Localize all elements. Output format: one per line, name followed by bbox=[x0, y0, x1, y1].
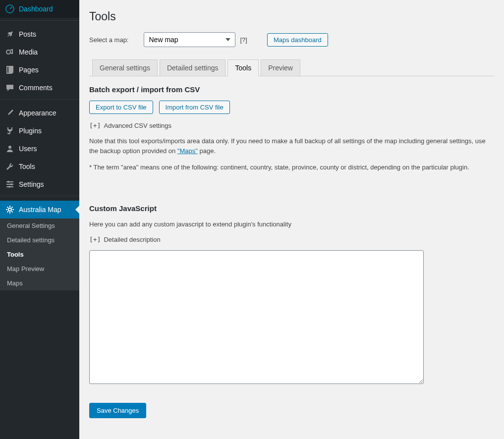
submenu-tools[interactable]: Tools bbox=[0, 247, 79, 262]
sidebar-submenu: General Settings Detailed settings Tools… bbox=[0, 219, 79, 290]
detailed-description-toggle[interactable]: [+]Detailed description bbox=[89, 236, 161, 243]
tabs: General settings Detailed settings Tools… bbox=[89, 59, 494, 76]
svg-point-4 bbox=[8, 146, 11, 149]
sidebar-separator bbox=[0, 196, 79, 198]
sidebar-item-users[interactable]: Users bbox=[0, 140, 79, 158]
export-csv-button[interactable]: Export to CSV file bbox=[89, 101, 153, 114]
customjs-desc: Here you can add any custom javascript t… bbox=[89, 220, 494, 229]
page-title: Tools bbox=[89, 10, 494, 23]
svg-rect-3 bbox=[8, 66, 13, 73]
user-icon bbox=[5, 144, 15, 154]
sidebar-label: Dashboard bbox=[19, 5, 53, 13]
sidebar-item-appearance[interactable]: Appearance bbox=[0, 104, 79, 122]
sidebar-item-australia-map[interactable]: Australia Map bbox=[0, 201, 79, 219]
maps-dashboard-button[interactable]: Maps dashboard bbox=[267, 33, 328, 47]
brush-icon bbox=[5, 108, 15, 118]
advanced-csv-label: Advanced CSV settings bbox=[104, 122, 171, 129]
svg-point-7 bbox=[8, 186, 10, 188]
sidebar-item-tools[interactable]: Tools bbox=[0, 158, 79, 175]
submenu-detailed-settings[interactable]: Detailed settings bbox=[0, 233, 79, 247]
tab-detailed-settings[interactable]: Detailed settings bbox=[160, 59, 226, 76]
sidebar-separator bbox=[0, 99, 79, 102]
tab-general-settings[interactable]: General settings bbox=[92, 59, 158, 76]
sidebar-item-comments[interactable]: Comments bbox=[0, 79, 79, 97]
admin-sidebar: Dashboard Posts Media Pages Comments App… bbox=[0, 0, 79, 439]
sidebar-label: Appearance bbox=[19, 109, 56, 117]
wrench-icon bbox=[5, 162, 15, 171]
map-select-row: Select a map: New map [?] Maps dashboard bbox=[89, 32, 494, 47]
main-content: Tools Select a map: New map [?] Maps das… bbox=[79, 0, 504, 439]
sidebar-label: Comments bbox=[19, 84, 53, 92]
map-select[interactable]: New map bbox=[144, 32, 235, 47]
sidebar-label: Plugins bbox=[19, 127, 42, 135]
import-csv-button[interactable]: Import from CSV file bbox=[159, 101, 230, 114]
svg-point-6 bbox=[10, 183, 12, 185]
plug-icon bbox=[5, 126, 15, 136]
sidebar-item-pages[interactable]: Pages bbox=[0, 61, 79, 79]
sidebar-separator bbox=[0, 20, 79, 23]
submenu-maps[interactable]: Maps bbox=[0, 276, 79, 290]
svg-point-8 bbox=[8, 208, 11, 211]
sidebar-label: Posts bbox=[19, 30, 36, 38]
customjs-heading: Custom JavaScript bbox=[89, 204, 494, 213]
sliders-icon bbox=[5, 179, 15, 189]
save-changes-button[interactable]: Save Changes bbox=[89, 403, 146, 418]
help-icon[interactable]: [?] bbox=[240, 36, 247, 44]
detailed-description-label: Detailed description bbox=[104, 236, 160, 243]
pin-icon bbox=[5, 29, 15, 39]
sidebar-label: Tools bbox=[19, 163, 35, 170]
sidebar-item-dashboard[interactable]: Dashboard bbox=[0, 0, 79, 18]
svg-point-5 bbox=[7, 181, 9, 183]
sidebar-label: Australia Map bbox=[19, 206, 61, 214]
batch-note: Note that this tool exports/imports area… bbox=[89, 136, 494, 156]
sidebar-item-settings[interactable]: Settings bbox=[0, 175, 79, 193]
select-map-label: Select a map: bbox=[89, 36, 129, 44]
dashboard-icon bbox=[5, 4, 15, 14]
map-select-wrap: New map bbox=[144, 32, 235, 47]
tab-tools[interactable]: Tools bbox=[227, 59, 259, 76]
advanced-csv-toggle[interactable]: [+]Advanced CSV settings bbox=[89, 122, 171, 129]
submenu-map-preview[interactable]: Map Preview bbox=[0, 262, 79, 276]
tab-preview[interactable]: Preview bbox=[261, 59, 300, 76]
media-icon bbox=[5, 47, 15, 57]
expand-icon: [+] bbox=[89, 236, 101, 243]
gear-icon bbox=[5, 205, 15, 215]
svg-point-1 bbox=[6, 50, 10, 54]
sidebar-label: Media bbox=[19, 48, 38, 56]
sidebar-item-plugins[interactable]: Plugins bbox=[0, 122, 79, 140]
comment-icon bbox=[5, 83, 15, 93]
page-icon bbox=[5, 65, 15, 75]
sidebar-item-posts[interactable]: Posts bbox=[0, 25, 79, 43]
batch-footnote: * The term "area" means one of the follo… bbox=[89, 163, 494, 172]
sidebar-label: Users bbox=[19, 145, 37, 153]
sidebar-label: Pages bbox=[19, 66, 39, 74]
maps-page-link[interactable]: "Maps" bbox=[177, 147, 198, 155]
sidebar-label: Settings bbox=[19, 180, 44, 188]
expand-icon: [+] bbox=[89, 122, 101, 129]
custom-js-textarea[interactable] bbox=[89, 250, 424, 384]
batch-heading: Batch export / import from CSV bbox=[89, 85, 494, 94]
sidebar-item-media[interactable]: Media bbox=[0, 43, 79, 61]
batch-button-row: Export to CSV file Import from CSV file bbox=[89, 101, 494, 114]
submenu-general-settings[interactable]: General Settings bbox=[0, 219, 79, 233]
